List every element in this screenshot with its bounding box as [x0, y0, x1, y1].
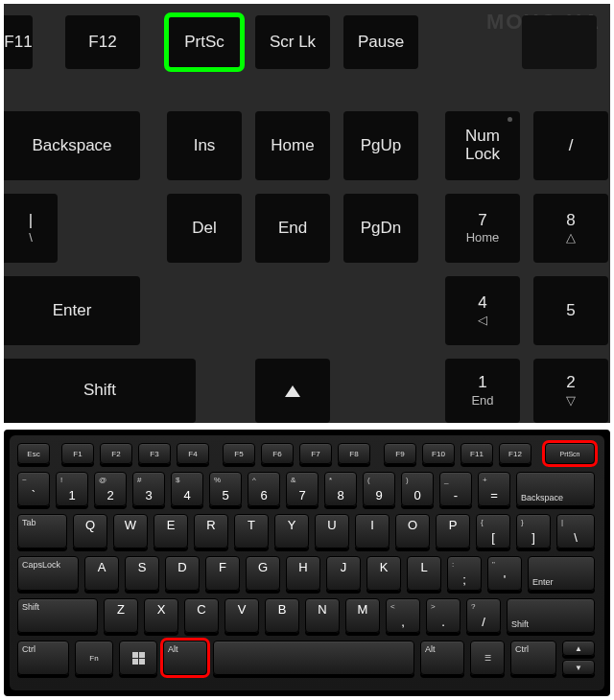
- bkey-3[interactable]: #3: [132, 472, 165, 506]
- key-prtsc[interactable]: PrtSc: [167, 15, 242, 69]
- bkey-esc[interactable]: Esc: [17, 443, 50, 464]
- bkey-f12[interactable]: F12: [499, 443, 531, 464]
- bkey-y[interactable]: Y: [274, 514, 309, 548]
- bkey-v[interactable]: V: [224, 598, 259, 633]
- bkey-k[interactable]: K: [366, 556, 401, 591]
- key-num5[interactable]: 5: [533, 276, 608, 345]
- key-num7[interactable]: 7 Home: [445, 194, 520, 263]
- key-up-arrow[interactable]: [255, 359, 330, 423]
- bkey-n[interactable]: N: [305, 598, 340, 633]
- bkey-c[interactable]: C: [184, 598, 219, 633]
- bkey-rshift[interactable]: Shift: [507, 598, 595, 633]
- bkey-5[interactable]: %5: [209, 472, 242, 506]
- key-del[interactable]: Del: [167, 194, 242, 263]
- key-num2[interactable]: 2 ▽: [533, 359, 608, 423]
- bkey-f10[interactable]: F10: [422, 443, 455, 464]
- bkey-f[interactable]: F: [205, 556, 240, 591]
- bkey-semicolon[interactable]: :;: [447, 556, 482, 591]
- bkey-8[interactable]: *8: [324, 472, 357, 506]
- key-f12[interactable]: F12: [65, 15, 140, 69]
- bkey-m[interactable]: M: [345, 598, 380, 633]
- bkey-tab[interactable]: Tab: [17, 514, 67, 548]
- bkey-l[interactable]: L: [407, 556, 441, 591]
- bkey-x[interactable]: X: [144, 598, 178, 633]
- bkey-f11[interactable]: F11: [460, 443, 493, 464]
- bkey-arrow-up[interactable]: ▲: [562, 641, 595, 656]
- bkey-i[interactable]: I: [355, 514, 390, 548]
- key-end[interactable]: End: [255, 194, 330, 263]
- bkey-f7[interactable]: F7: [299, 443, 332, 464]
- key-num4[interactable]: 4 ◁: [445, 276, 520, 345]
- bkey-rbracket[interactable]: }]: [516, 514, 551, 548]
- bkey-p[interactable]: P: [436, 514, 470, 548]
- bkey-o[interactable]: O: [395, 514, 430, 548]
- bkey-f4[interactable]: F4: [177, 443, 209, 464]
- bkey-f8[interactable]: F8: [338, 443, 370, 464]
- bkey-9[interactable]: (9: [363, 472, 395, 506]
- bkey-b[interactable]: B: [265, 598, 299, 633]
- bkey-comma[interactable]: <,: [386, 598, 420, 633]
- bkey-u[interactable]: U: [315, 514, 349, 548]
- key-home[interactable]: Home: [255, 111, 330, 180]
- bkey-arrow-down[interactable]: ▼: [562, 660, 595, 675]
- bkey-f6[interactable]: F6: [261, 443, 294, 464]
- bkey-4[interactable]: $4: [171, 472, 203, 506]
- bkey-d[interactable]: D: [165, 556, 200, 591]
- key-enter[interactable]: Enter: [4, 276, 140, 345]
- bkey-h[interactable]: H: [286, 556, 320, 591]
- key-pgup[interactable]: PgUp: [343, 111, 418, 180]
- bkey-0[interactable]: )0: [401, 472, 434, 506]
- bkey-capslock[interactable]: CapsLock: [17, 556, 79, 591]
- bkey-ralt[interactable]: Alt: [420, 641, 464, 675]
- bkey-slash[interactable]: ?/: [466, 598, 501, 633]
- bkey-r[interactable]: R: [194, 514, 228, 548]
- bkey-win[interactable]: [119, 641, 157, 675]
- bkey-enter[interactable]: Enter: [528, 556, 595, 591]
- bkey-f1[interactable]: F1: [61, 443, 94, 464]
- bkey-alt[interactable]: Alt: [163, 641, 207, 675]
- bkey-1[interactable]: !1: [56, 472, 88, 506]
- key-backslash[interactable]: | \: [4, 194, 58, 263]
- key-blank-top[interactable]: [522, 15, 597, 69]
- bkey-lctrl[interactable]: Ctrl: [17, 641, 69, 675]
- bkey-prtscn[interactable]: PrtScn: [545, 443, 595, 464]
- key-backspace[interactable]: Backspace: [4, 111, 140, 180]
- bkey-s[interactable]: S: [125, 556, 159, 591]
- bkey-backspace[interactable]: Backspace: [516, 472, 595, 506]
- key-f11[interactable]: F11: [4, 15, 33, 69]
- bkey-w[interactable]: W: [113, 514, 148, 548]
- key-numlock[interactable]: Num Lock: [445, 111, 520, 180]
- key-ins[interactable]: Ins: [167, 111, 242, 180]
- bkey-f2[interactable]: F2: [100, 443, 132, 464]
- bkey-j[interactable]: J: [326, 556, 361, 591]
- bkey-equals[interactable]: +=: [478, 472, 510, 506]
- key-divide[interactable]: /: [533, 111, 608, 180]
- bkey-q[interactable]: Q: [73, 514, 107, 548]
- key-num1[interactable]: 1 End: [445, 359, 520, 423]
- bkey-backslash[interactable]: |\: [556, 514, 595, 548]
- bkey-period[interactable]: >.: [426, 598, 460, 633]
- key-pgdn[interactable]: PgDn: [343, 194, 418, 263]
- bkey-f3[interactable]: F3: [138, 443, 171, 464]
- bkey-a[interactable]: A: [84, 556, 119, 591]
- key-pause[interactable]: Pause: [343, 15, 418, 69]
- key-num8[interactable]: 8 △: [533, 194, 608, 263]
- bkey-space[interactable]: [213, 641, 414, 675]
- bkey-lshift[interactable]: Shift: [17, 598, 98, 633]
- bkey-minus[interactable]: _-: [439, 472, 472, 506]
- bkey-menu[interactable]: ☰: [470, 641, 505, 675]
- bkey-quote[interactable]: "': [487, 556, 522, 591]
- bkey-rctrl[interactable]: Ctrl: [510, 641, 556, 675]
- bkey-7[interactable]: &7: [286, 472, 319, 506]
- bkey-fn[interactable]: Fn: [75, 641, 113, 675]
- bkey-z[interactable]: Z: [104, 598, 138, 633]
- bkey-lbracket[interactable]: {[: [476, 514, 510, 548]
- bkey-f9[interactable]: F9: [384, 443, 416, 464]
- bkey-g[interactable]: G: [246, 556, 280, 591]
- bkey-2[interactable]: @2: [94, 472, 127, 506]
- key-scrlk[interactable]: Scr Lk: [255, 15, 330, 69]
- bkey-6[interactable]: ^6: [248, 472, 280, 506]
- bkey-t[interactable]: T: [234, 514, 269, 548]
- bkey-e[interactable]: E: [154, 514, 188, 548]
- bkey-tilde[interactable]: ~`: [17, 472, 50, 506]
